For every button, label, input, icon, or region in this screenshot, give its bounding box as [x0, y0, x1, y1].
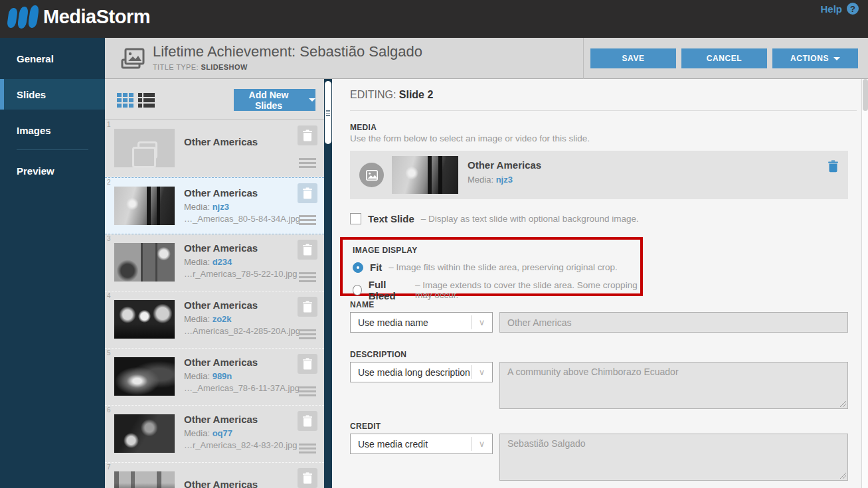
name-section-label: NAME	[350, 300, 375, 309]
drag-handle-icon[interactable]	[299, 444, 316, 455]
slide-media-id-link[interactable]: 989n	[213, 371, 232, 381]
slide-number: 6	[107, 406, 111, 414]
slide-number: 5	[107, 349, 111, 357]
slide-media-id-link[interactable]: oq77	[213, 428, 232, 438]
slide-media-label: Media:	[184, 314, 210, 324]
help-question-icon[interactable]: ?	[847, 3, 859, 15]
slide-thumbnail[interactable]	[114, 300, 175, 339]
name-field: Other Americas	[499, 312, 848, 333]
slide-text: Other Americas Media: oq77 …r_Americas_8…	[184, 414, 304, 450]
text-slide-description: – Display as text slide with optional ba…	[421, 214, 639, 224]
drag-handle-icon[interactable]	[299, 386, 316, 398]
slide-text: Other Americas Media: njz3 …_Americas_80…	[184, 186, 304, 224]
editor-scrollbar-track[interactable]	[861, 79, 868, 488]
title-type-label: TITLE TYPE:	[153, 63, 199, 71]
help-label[interactable]: Help	[820, 3, 842, 15]
title-bar: Lifetime Achievement: Sebastião Salgado …	[105, 38, 868, 79]
fit-radio[interactable]	[353, 262, 363, 273]
title-type: TITLE TYPE: SLIDESHOW	[153, 63, 422, 71]
editor-scrollbar-thumb[interactable]	[863, 79, 868, 111]
text-slide-checkbox[interactable]	[350, 213, 361, 224]
add-new-slides-label: Add New Slides	[234, 90, 304, 111]
slide-title: Other Americas	[184, 479, 304, 488]
slide-list-item-3[interactable]: 3 Other Americas Media: d234 …r_Americas…	[105, 234, 324, 291]
slide-media-label: Media:	[184, 371, 210, 381]
slide-thumbnail[interactable]	[114, 129, 175, 167]
add-new-slides-button[interactable]: Add New Slides	[234, 89, 315, 111]
sidebar-item-slides[interactable]: Slides	[0, 79, 105, 110]
media-section-label: MEDIA	[350, 123, 377, 132]
slide-title: Other Americas	[184, 187, 304, 199]
list-view-icon[interactable]	[138, 93, 155, 108]
slide-media-id-link[interactable]: zo2k	[213, 314, 232, 324]
slide-list-item-6[interactable]: 6 Other Americas Media: oq77 …r_Americas…	[105, 406, 324, 463]
slide-list-panel: Add New Slides 1 Other Americas 2 Other …	[105, 79, 324, 488]
slide-thumbnail[interactable]	[114, 357, 175, 396]
credit-field: Sebastião Salgado	[499, 434, 848, 481]
slide-thumbnail[interactable]	[114, 414, 175, 453]
slide-list-item-4[interactable]: 4 Other Americas Media: zo2k …Americas_8…	[105, 291, 324, 349]
slide-list-scrollbar-thumb[interactable]	[325, 81, 331, 144]
full-bleed-description: – Image extends to cover the slide area.…	[415, 280, 640, 300]
full-bleed-radio[interactable]	[353, 285, 362, 295]
drag-handle-icon[interactable]	[299, 272, 316, 284]
slide-media-id-link[interactable]: d234	[213, 257, 232, 267]
slide-thumbnail[interactable]	[114, 243, 175, 282]
help-link[interactable]: Help ?	[820, 3, 859, 15]
save-button[interactable]: SAVE	[590, 48, 676, 68]
slide-thumbnail[interactable]	[114, 187, 175, 225]
drag-handle-icon[interactable]	[299, 329, 316, 341]
titlebar-separator	[583, 38, 584, 79]
delete-slide-button[interactable]	[298, 297, 317, 317]
slide-text: Other Americas	[184, 136, 304, 147]
name-source-select-value: Use media name	[351, 317, 471, 328]
sidebar-item-general[interactable]: General	[0, 43, 105, 74]
fit-option-row: Fit – Image fits within the slide area, …	[353, 262, 618, 273]
title-type-value: SLIDESHOW	[201, 63, 247, 71]
sidebar-item-preview[interactable]: Preview	[0, 155, 105, 186]
slide-list-item-2[interactable]: 2 Other Americas Media: njz3 …_Americas_…	[105, 177, 324, 234]
slide-media-id-link[interactable]: njz3	[213, 202, 229, 212]
media-card-media-id-link[interactable]: njz3	[496, 175, 513, 185]
delete-slide-button[interactable]	[298, 354, 317, 374]
drag-handle-icon[interactable]	[299, 215, 316, 227]
delete-slide-button[interactable]	[298, 240, 317, 260]
drag-handle-icon[interactable]	[299, 158, 316, 170]
chevron-down-icon: ∨	[471, 437, 492, 451]
credit-source-select[interactable]: Use media credit ∨	[350, 434, 493, 454]
slide-list-item-5[interactable]: 5 Other Americas Media: 989n …_Americas_…	[105, 349, 324, 406]
slide-list-item-7[interactable]: 7 Other Americas	[105, 463, 324, 488]
delete-slide-button[interactable]	[298, 125, 317, 145]
sidebar-item-images[interactable]: Images	[0, 115, 105, 145]
mediastorm-logo-icon	[8, 5, 38, 29]
name-source-select[interactable]: Use media name ∨	[350, 312, 493, 333]
description-field: A community above Chimborazo Ecuador	[499, 362, 848, 409]
delete-slide-button[interactable]	[298, 411, 317, 431]
slide-number: 2	[107, 179, 111, 186]
grid-view-icon[interactable]	[117, 93, 133, 108]
slide-media-label: Media:	[184, 257, 210, 267]
cancel-button[interactable]: CANCEL	[681, 48, 767, 68]
credit-source-select-value: Use media credit	[351, 439, 471, 449]
slide-media-line: Media: d234	[184, 257, 304, 267]
mediastorm-logo: MediaStorm	[8, 5, 150, 29]
slide-number: 4	[107, 292, 111, 299]
slide-filename: …Americas_82-4-285-20A.jpg	[184, 326, 304, 336]
slide-title: Other Americas	[184, 299, 304, 311]
slide-thumbnail[interactable]	[114, 471, 175, 488]
actions-button[interactable]: ACTIONS	[772, 48, 858, 68]
media-card-thumbnail	[392, 156, 458, 194]
resize-grip-icon[interactable]	[840, 473, 846, 479]
media-card-title: Other Americas	[468, 159, 541, 171]
delete-slide-button[interactable]	[298, 468, 317, 488]
remove-media-button[interactable]	[827, 160, 839, 175]
delete-slide-button[interactable]	[298, 183, 317, 203]
slide-title: Other Americas	[184, 357, 304, 368]
slide-title: Other Americas	[184, 242, 304, 254]
actions-button-label: ACTIONS	[790, 54, 829, 63]
description-source-select[interactable]: Use media long description ∨	[350, 362, 493, 382]
resize-grip-icon[interactable]	[840, 401, 846, 407]
fit-label: Fit	[370, 262, 382, 273]
slide-list-item-1[interactable]: 1 Other Americas	[105, 120, 324, 177]
slide-list-scrollbar-track[interactable]	[324, 79, 332, 488]
